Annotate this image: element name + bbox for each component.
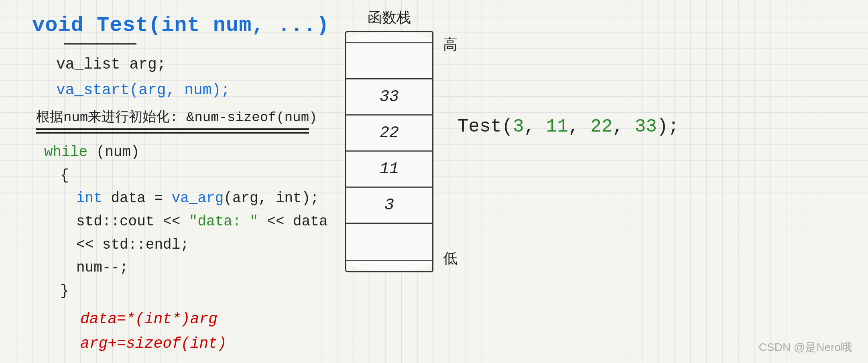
while-condition: (num) <box>87 144 140 160</box>
double-underline-decoration <box>36 128 309 134</box>
stack-cell-22: 22 <box>346 116 432 152</box>
stack-value-11: 11 <box>380 160 399 178</box>
int-keyword: int <box>76 190 111 207</box>
while-line: while (num) <box>44 141 337 164</box>
function-signature: void Test(int num, ...) <box>32 12 337 39</box>
stack-empty-top <box>346 43 432 79</box>
keyword-void: void Test(int num, ...) <box>32 14 329 37</box>
stack-label-low: 低 <box>443 249 457 268</box>
code-section: void Test(int num, ...) va_list arg; va_… <box>32 12 337 359</box>
va-arg-call: va_arg <box>172 190 224 207</box>
while-block: while (num) { int data = va_arg(arg, int… <box>32 141 337 302</box>
main-container: void Test(int num, ...) va_list arg; va_… <box>0 0 868 363</box>
call-arg-22: 22 <box>590 116 612 137</box>
stack-cell-3: 3 num <box>346 188 432 224</box>
stack-empty-bottom <box>346 224 432 260</box>
stack-cell-33: 33 <box>346 79 432 116</box>
call-arg-11: 11 <box>546 116 568 137</box>
stack-box: 33 22 11 3 num <box>345 31 433 272</box>
call-expression: Test(3, 11, 22, 33); <box>457 116 679 137</box>
stack-section: 函数栈 高 33 22 11 <box>337 8 441 272</box>
cout-line: std::cout << "data: " << data << std::en… <box>44 210 337 256</box>
stack-top-curve <box>346 32 432 43</box>
num-decrement-line: num--; <box>44 256 337 280</box>
brace-close: } <box>44 280 337 303</box>
int-data-rest: data = <box>111 190 171 207</box>
stack-label-high: 高 <box>443 35 457 55</box>
call-section: Test(3, 11, 22, 33); <box>457 116 679 137</box>
stack-cell-11: 11 <box>346 152 432 188</box>
call-arg-33: 33 <box>635 116 657 137</box>
stack-value-33: 33 <box>380 88 399 106</box>
call-arg-3: 3 <box>513 116 524 137</box>
stack-wrapper: 高 33 22 11 3 <box>345 31 433 272</box>
va-start-line: va_start(arg, num); <box>56 78 337 103</box>
stack-value-3: 3 <box>384 196 394 214</box>
stack-bottom-curve <box>346 260 432 271</box>
code-body: va_list arg; va_start(arg, num); <box>32 53 337 103</box>
red-annotations: data=*(int*)arg arg+=sizeof(int) <box>32 310 337 352</box>
red-annotation-1: data=*(int*)arg <box>80 310 337 328</box>
stack-value-22: 22 <box>380 124 399 142</box>
watermark: CSDN @是Nero哦 <box>759 340 852 355</box>
while-keyword: while <box>44 144 87 160</box>
signature-underline <box>64 43 136 45</box>
red-annotation-2: arg+=sizeof(int) <box>80 335 337 352</box>
brace-open: { <box>44 164 337 187</box>
string-literal: "data: " <box>189 213 258 230</box>
va-arg-args: (arg, int); <box>224 190 319 207</box>
int-data-line: int data = va_arg(arg, int); <box>44 187 337 210</box>
va-list-line: va_list arg; <box>56 53 337 77</box>
annotation-line: 根据num来进行初始化: &num-sizeof(num) <box>36 107 337 126</box>
stack-title: 函数栈 <box>337 8 441 28</box>
